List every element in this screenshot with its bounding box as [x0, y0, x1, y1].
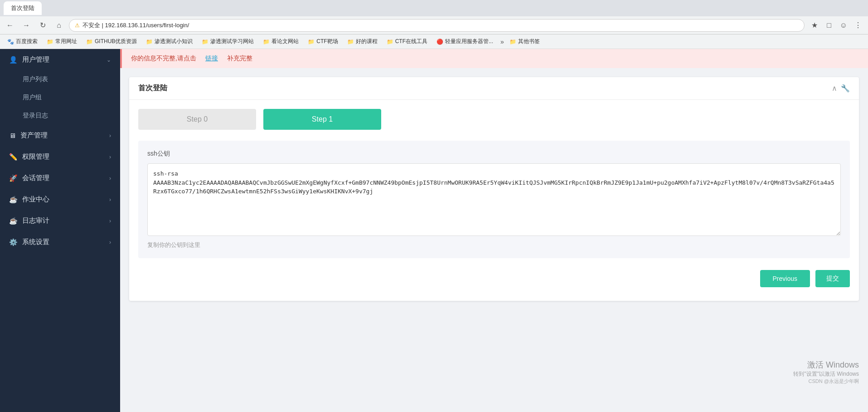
card-header: 首次登陆 ∧ 🔧 [129, 77, 859, 100]
alert-prefix: 你的信息不完整,请点击 [131, 54, 196, 63]
browser-toolbar: ← → ↻ ⌂ ⚠ 不安全 | 192.168.136.11/users/fir… [0, 16, 868, 34]
ssh-textarea[interactable] [147, 163, 841, 236]
system-settings-label: 系统设置 [22, 238, 49, 246]
toolbar-actions: ★ □ ☺ ⋮ [808, 19, 864, 32]
refresh-button[interactable]: ↻ [36, 19, 49, 32]
previous-button[interactable]: Previous [760, 270, 810, 287]
menu-button[interactable]: ⋮ [852, 19, 864, 32]
bookmark-baidu-label: 百度搜索 [16, 38, 38, 45]
task-center-icon: ☕ [9, 196, 18, 204]
bookmarks-bar: 🐾 百度搜索 📁 常用网址 📁 GITHUB优质资源 📁 渗透测试小知识 📁 渗… [0, 34, 868, 49]
asset-management-arrow: › [109, 132, 111, 139]
bookmark-papers-label: 看论文网站 [272, 38, 299, 45]
app-layout: 👤 用户管理 ⌄ 用户列表 用户组 登录日志 🖥 资产管理 › [0, 49, 868, 412]
sidebar-item-system-settings[interactable]: ⚙️ 系统设置 › [0, 231, 120, 253]
browser-tabs: 首次登陆 [0, 0, 868, 16]
asset-management-icon: 🖥 [9, 132, 16, 139]
bookmark-github[interactable]: 📁 GITHUB优质资源 [82, 37, 141, 46]
wrench-icon[interactable]: 🔧 [841, 84, 850, 93]
bookmark-pentest2[interactable]: 📁 渗透测试学习网站 [198, 37, 257, 46]
tab-title: 首次登陆 [11, 4, 34, 12]
sidebar-item-permission-management[interactable]: ✏️ 权限管理 › [0, 146, 120, 167]
alert-suffix: 补充完整 [227, 54, 252, 63]
ssh-label: ssh公钥 [147, 150, 841, 158]
ssh-hint: 复制你的公钥到这里 [147, 241, 841, 249]
footer-actions: Previous 提交 [138, 265, 850, 292]
address-bar[interactable]: ⚠ 不安全 | 192.168.136.11/users/first-login… [69, 19, 805, 32]
session-management-icon: 🚀 [9, 174, 18, 182]
sidebar: 👤 用户管理 ⌄ 用户列表 用户组 登录日志 🖥 资产管理 › [0, 49, 120, 412]
bookmark-common-icon: 📁 [47, 39, 53, 45]
other-bookmarks-icon: 📁 [509, 39, 516, 45]
sidebar-item-session-management[interactable]: 🚀 会话管理 › [0, 167, 120, 189]
sidebar-section-task-center: ☕ 作业中心 › [0, 189, 120, 210]
bookmark-pentest1[interactable]: 📁 渗透测试小知识 [142, 37, 196, 46]
bookmark-ctf[interactable]: 📁 CTF靶场 [304, 37, 341, 46]
bookmark-server-icon: 🔴 [436, 39, 443, 45]
system-settings-icon: ⚙️ [9, 238, 18, 246]
bookmark-pentest1-icon: 📁 [146, 39, 153, 45]
bookmark-other[interactable]: 📁 其他书签 [506, 37, 543, 46]
user-management-icon: 👤 [9, 56, 18, 64]
bookmark-baidu-icon: 🐾 [7, 39, 14, 45]
bookmarks-more[interactable]: » [500, 38, 504, 45]
audit-log-icon: ☕ [9, 217, 18, 225]
browser-chrome: 首次登陆 ← → ↻ ⌂ ⚠ 不安全 | 192.168.136.11/user… [0, 0, 868, 49]
card-title: 首次登陆 [138, 83, 167, 93]
sidebar-item-user-list[interactable]: 用户列表 [0, 70, 120, 88]
bookmark-papers[interactable]: 📁 看论文网站 [259, 37, 302, 46]
forward-button[interactable]: → [20, 19, 33, 32]
bookmark-baidu[interactable]: 🐾 百度搜索 [4, 37, 41, 46]
bookmark-ctf-tools[interactable]: 📁 CTF在线工具 [383, 37, 431, 46]
sidebar-section-audit-log: ☕ 日志审计 › [0, 210, 120, 231]
sidebar-item-user-group[interactable]: 用户组 [0, 88, 120, 107]
audit-log-label: 日志审计 [22, 216, 49, 225]
card-body: Step 0 Step 1 ssh公钥 复制你的公钥到这里 [129, 100, 859, 301]
sidebar-item-asset-management[interactable]: 🖥 资产管理 › [0, 125, 120, 146]
sidebar-item-audit-log[interactable]: ☕ 日志审计 › [0, 210, 120, 231]
bookmark-common[interactable]: 📁 常用网址 [43, 37, 81, 46]
session-management-arrow: › [109, 175, 111, 181]
ssh-section: ssh公钥 复制你的公钥到这里 [138, 141, 850, 258]
task-center-label: 作业中心 [22, 195, 49, 204]
audit-log-arrow: › [109, 218, 111, 224]
account-button[interactable]: ☺ [837, 19, 850, 32]
back-button[interactable]: ← [4, 19, 16, 32]
user-management-label: 用户管理 [22, 55, 49, 64]
sidebar-section-session-management: 🚀 会话管理 › [0, 167, 120, 189]
sidebar-item-user-management[interactable]: 👤 用户管理 ⌄ [0, 49, 120, 70]
address-text: 不安全 | 192.168.136.11/users/first-login/ [82, 21, 189, 29]
sidebar-section-permission-management: ✏️ 权限管理 › [0, 146, 120, 167]
bookmark-button[interactable]: ★ [808, 19, 821, 32]
bookmark-courses-icon: 📁 [347, 39, 354, 45]
security-icon: ⚠ [75, 22, 80, 29]
active-tab[interactable]: 首次登陆 [4, 1, 42, 15]
submit-button[interactable]: 提交 [815, 270, 850, 287]
sidebar-section-user-management: 👤 用户管理 ⌄ 用户列表 用户组 登录日志 [0, 49, 120, 125]
collapse-icon[interactable]: ∧ [832, 84, 837, 93]
sidebar-item-login-log[interactable]: 登录日志 [0, 107, 120, 125]
system-settings-arrow: › [109, 239, 111, 245]
alert-banner: 你的信息不完整,请点击 链接 补充完整 [120, 49, 868, 68]
sidebar-section-system-settings: ⚙️ 系统设置 › [0, 231, 120, 253]
bookmark-courses[interactable]: 📁 好的课程 [344, 37, 381, 46]
steps-container: Step 0 Step 1 [138, 109, 850, 130]
alert-link[interactable]: 链接 [205, 54, 218, 63]
home-button[interactable]: ⌂ [53, 19, 65, 32]
sidebar-item-task-center[interactable]: ☕ 作业中心 › [0, 189, 120, 210]
bookmark-pentest2-icon: 📁 [202, 39, 209, 45]
extension-button[interactable]: □ [823, 19, 835, 32]
user-group-label: 用户组 [23, 93, 42, 101]
bookmark-server-label: 轻量应用服务器管... [445, 38, 493, 45]
step-0-button[interactable]: Step 0 [138, 109, 256, 130]
bookmark-ctf-tools-label: CTF在线工具 [395, 38, 427, 45]
sidebar-section-asset-management: 🖥 资产管理 › [0, 125, 120, 146]
user-management-arrow: ⌄ [107, 57, 111, 63]
bookmark-server[interactable]: 🔴 轻量应用服务器管... [433, 37, 497, 46]
page-wrapper: 首次登陆 ∧ 🔧 Step 0 Step 1 [120, 68, 868, 319]
step-1-item: Step 1 [263, 109, 381, 130]
bookmark-ctf-label: CTF靶场 [316, 38, 338, 45]
step-1-button[interactable]: Step 1 [263, 109, 381, 130]
task-center-arrow: › [109, 196, 111, 203]
bookmark-ctf-tools-icon: 📁 [387, 39, 393, 45]
